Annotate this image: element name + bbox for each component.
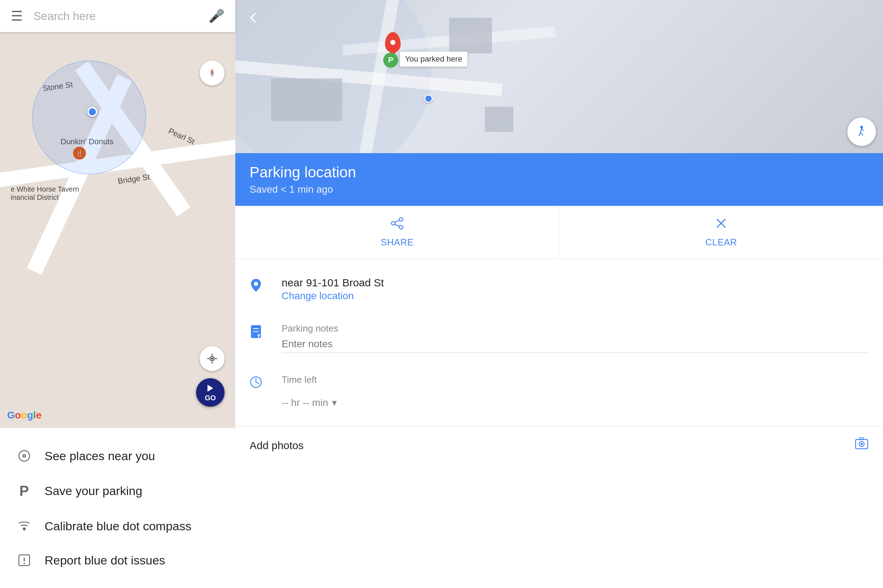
svg-point-28 bbox=[254, 282, 258, 286]
svg-line-24 bbox=[395, 220, 399, 222]
clear-label: CLEAR bbox=[705, 237, 737, 248]
current-location-button[interactable] bbox=[200, 346, 224, 371]
report-icon bbox=[14, 553, 34, 567]
walk-icon bbox=[854, 124, 869, 139]
svg-point-12 bbox=[23, 528, 26, 530]
svg-marker-8 bbox=[208, 385, 213, 392]
right-map-area: P You parked here bbox=[235, 0, 883, 153]
parking-pin bbox=[385, 32, 401, 53]
add-photos-text: Add photos bbox=[250, 440, 854, 452]
svg-point-7 bbox=[211, 358, 213, 360]
parked-here-label: You parked here bbox=[400, 52, 467, 67]
svg-line-20 bbox=[862, 129, 864, 131]
mic-icon[interactable]: 🎤 bbox=[209, 9, 224, 24]
parking-saved-time: Saved < 1 min ago bbox=[250, 184, 869, 195]
share-icon bbox=[390, 216, 404, 233]
svg-line-17 bbox=[860, 129, 862, 132]
location-row: near 91-101 Broad St Change location bbox=[235, 266, 883, 312]
time-content: Time left -- hr -- min ▾ bbox=[281, 374, 869, 408]
location-address: near 91-101 Broad St bbox=[281, 277, 869, 289]
parking-location-title: Parking location bbox=[250, 164, 869, 181]
clear-icon bbox=[715, 216, 728, 233]
menu-item-calibrate[interactable]: Calibrate blue dot compass bbox=[0, 509, 235, 543]
menu-item-report[interactable]: Report blue dot issues bbox=[0, 543, 235, 578]
building-3 bbox=[271, 78, 342, 121]
svg-line-25 bbox=[395, 224, 399, 226]
location-accuracy-circle bbox=[32, 60, 146, 174]
svg-point-22 bbox=[391, 222, 395, 225]
places-near-you-label: See places near you bbox=[45, 449, 155, 463]
clock-icon bbox=[250, 374, 271, 392]
search-input[interactable]: Search here bbox=[33, 10, 209, 23]
save-parking-icon: P bbox=[14, 483, 34, 499]
parking-pin-red bbox=[385, 32, 401, 53]
go-navigation-button[interactable]: GO bbox=[196, 378, 224, 407]
go-arrow-icon bbox=[205, 383, 215, 393]
svg-point-16 bbox=[860, 126, 863, 129]
info-section: near 91-101 Broad St Change location Par… bbox=[235, 259, 883, 426]
share-label: SHARE bbox=[381, 237, 414, 248]
financial-district-label: inancial District bbox=[11, 194, 79, 202]
right-panel: P You parked here Parking location Saved… bbox=[235, 0, 883, 588]
svg-point-21 bbox=[399, 218, 403, 221]
left-panel: ☰ Search here 🎤 Stone St Pearl St Bridge… bbox=[0, 0, 235, 588]
time-selector[interactable]: -- hr -- min ▾ bbox=[281, 397, 337, 408]
bottom-menu: See places near you P Save your parking … bbox=[0, 428, 235, 588]
back-button[interactable] bbox=[242, 7, 264, 28]
time-selector-row: -- hr -- min ▾ bbox=[281, 390, 869, 408]
right-blue-dot bbox=[424, 94, 433, 103]
walk-navigation-button[interactable] bbox=[847, 117, 876, 146]
go-label: GO bbox=[205, 394, 216, 402]
time-left-label: Time left bbox=[281, 374, 869, 386]
map-area: Stone St Pearl St Bridge St Dunkin' Donu… bbox=[0, 32, 235, 428]
menu-item-places[interactable]: See places near you bbox=[0, 439, 235, 473]
svg-point-11 bbox=[24, 455, 25, 457]
actions-row: SHARE CLEAR bbox=[235, 206, 883, 259]
notes-icon bbox=[250, 323, 271, 342]
location-content: near 91-101 Broad St Change location bbox=[281, 277, 869, 302]
svg-rect-38 bbox=[859, 438, 864, 440]
save-parking-label: Save your parking bbox=[45, 484, 142, 498]
svg-line-18 bbox=[859, 132, 860, 136]
blue-dot-location bbox=[87, 107, 97, 117]
p-marker: P bbox=[383, 53, 398, 68]
building-2 bbox=[485, 107, 513, 132]
google-logo: Google bbox=[7, 410, 41, 421]
svg-line-19 bbox=[860, 132, 863, 135]
report-label: Report blue dot issues bbox=[45, 554, 165, 567]
compass-button[interactable] bbox=[200, 60, 224, 86]
hamburger-menu-icon[interactable]: ☰ bbox=[11, 8, 23, 24]
search-bar: ☰ Search here 🎤 bbox=[0, 0, 235, 32]
parking-header: Parking location Saved < 1 min ago bbox=[235, 153, 883, 206]
building-1 bbox=[449, 18, 492, 53]
map-label-white-horse: e White Horse Tavern inancial District bbox=[11, 185, 79, 202]
clear-button[interactable]: CLEAR bbox=[559, 206, 883, 259]
calibrate-label: Calibrate blue dot compass bbox=[45, 519, 191, 533]
menu-item-parking[interactable]: P Save your parking bbox=[0, 473, 235, 509]
notes-content: Parking notes bbox=[281, 323, 869, 353]
time-row: Time left -- hr -- min ▾ bbox=[235, 364, 883, 419]
white-horse-name: e White Horse Tavern bbox=[11, 185, 79, 194]
parking-pin-dot bbox=[390, 40, 395, 45]
svg-point-23 bbox=[399, 225, 403, 229]
notes-row: Parking notes bbox=[235, 312, 883, 364]
svg-point-37 bbox=[860, 443, 863, 445]
time-value: -- hr -- min bbox=[281, 397, 328, 408]
share-button[interactable]: SHARE bbox=[235, 206, 559, 259]
time-dropdown-icon[interactable]: ▾ bbox=[332, 397, 337, 408]
location-pin-icon bbox=[250, 277, 271, 296]
add-photos-row[interactable]: Add photos bbox=[235, 426, 883, 464]
parking-notes-input[interactable] bbox=[281, 338, 869, 353]
add-photo-icon bbox=[854, 436, 869, 454]
svg-point-15 bbox=[24, 563, 25, 564]
location-icon bbox=[206, 353, 218, 364]
parking-notes-label: Parking notes bbox=[281, 323, 869, 334]
svg-line-34 bbox=[256, 382, 259, 384]
places-near-you-icon bbox=[14, 449, 34, 463]
change-location-link[interactable]: Change location bbox=[281, 290, 869, 302]
calibrate-icon bbox=[14, 519, 34, 533]
compass-arrow-icon bbox=[207, 68, 217, 78]
